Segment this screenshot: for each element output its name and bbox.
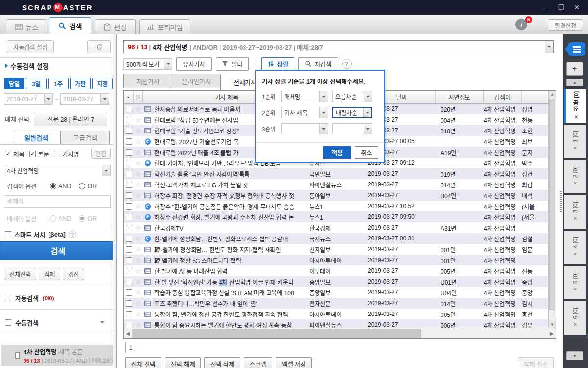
auto-search-settings-button[interactable]: 자동검색 설정: [7, 40, 54, 53]
tab-news[interactable]: 뉴스: [6, 19, 47, 34]
delete-selected-button[interactable]: 선택 삭제: [204, 357, 240, 368]
row-checkbox[interactable]: [126, 322, 132, 328]
article-title[interactable]: 한 벨기에 AI 등 미래산업 협력: [152, 267, 309, 275]
add-scrap-tab-button[interactable]: +: [566, 62, 583, 76]
star-icon[interactable]: ☆: [134, 278, 143, 286]
period-today-button[interactable]: 당일: [4, 78, 24, 89]
close-tab-icon[interactable]: ×: [572, 180, 579, 187]
page-number[interactable]: 1: [125, 342, 136, 353]
row-checkbox[interactable]: [126, 203, 132, 210]
header-reporter[interactable]: [522, 91, 549, 103]
tab-premium[interactable]: 프리미엄: [139, 19, 190, 34]
period-custom-button[interactable]: 지정: [92, 78, 113, 89]
notice-info-button[interactable]: i N: [515, 19, 530, 31]
select-all-button[interactable]: 전체선택: [4, 268, 36, 280]
row-checkbox[interactable]: [126, 214, 132, 220]
star-icon[interactable]: ☆: [134, 213, 143, 221]
scrap-button[interactable]: 스크랩: [244, 357, 272, 368]
article-title[interactable]: 한 발 앞선 '혁신엔진' 가동 4차 산업혁명 이끌 인재 키운다: [152, 278, 309, 286]
star-icon[interactable]: ☆: [134, 127, 143, 134]
vertical-scroll-thumb[interactable]: [549, 99, 555, 310]
close-tab-icon[interactable]: ×: [573, 114, 580, 121]
sidebar-scrollbar[interactable]: [113, 34, 116, 368]
table-row[interactable]: ☆ 한국경제TV 한국경제 2019-03-27 A31면 4차 산업혁명: [124, 222, 549, 233]
media-select-button[interactable]: 신문 28 | 온라인 7: [34, 112, 107, 126]
row-checkbox[interactable]: [126, 138, 132, 145]
tab-online-articles[interactable]: 온라인기사: [172, 74, 221, 88]
table-row[interactable]: ☆ e 허창수 전경련 회장, 벨기에 국왕과 수소차·신산업 협력 논 뉴스1…: [124, 211, 549, 222]
table-row[interactable]: ☆ 韓 벨기에 정상 5G 스마트시티 협력 아시아투데이 2019-03-27…: [124, 255, 549, 265]
scrap-tab[interactable]: × 3 [0]: [564, 195, 586, 229]
period-3days-button[interactable]: 3일: [26, 78, 47, 89]
row-checkbox[interactable]: [126, 128, 132, 134]
close-icon[interactable]: ✕: [572, 3, 581, 11]
tab-advanced-search[interactable]: 고급검색: [61, 131, 110, 144]
row-checkbox[interactable]: [126, 106, 132, 112]
article-title[interactable]: 허창수 "한-벨기에 공통점은 붉은악마, 경제 무대서도 승승: [152, 202, 309, 210]
star-icon[interactable]: ☆: [134, 116, 143, 124]
sort-rank2-field-select[interactable]: 기사 제목: [281, 107, 328, 118]
minimize-icon[interactable]: —: [541, 3, 550, 11]
apply-button[interactable]: 적용: [323, 146, 351, 159]
row-checkbox[interactable]: [126, 311, 132, 317]
scroll-right-icon[interactable]: ▶: [548, 328, 556, 338]
sort-rank3-order-select[interactable]: [332, 123, 372, 134]
article-title[interactable]: 허창수 전경련 회장, 벨기에 국왕과 수소차·신산업 협력 논: [152, 213, 309, 221]
delete-button[interactable]: 삭제: [39, 268, 60, 280]
article-title[interactable]: 통합이 힘 중요시하는 벨기에 한반도 평화 여정 계속 동참: [152, 321, 309, 329]
horizontal-scrollbar[interactable]: ◀ ▶: [124, 328, 556, 338]
table-row[interactable]: ☆ 韓·벨기에 정상회담… 한반도 평화 지지·협력 재확인 천지일보 2019…: [124, 244, 549, 255]
scrap-tab[interactable]: × 신문 [0]: [564, 89, 586, 123]
star-icon[interactable]: ☆: [134, 105, 143, 113]
vertical-scrollbar[interactable]: ▲ ▼: [548, 91, 556, 328]
star-icon[interactable]: ☆: [134, 300, 143, 307]
star-icon[interactable]: ☆: [134, 311, 143, 318]
refresh-button[interactable]: [87, 40, 111, 53]
article-title[interactable]: 혁신기술 활용 '국민 안전 지킴이역'톡톡: [152, 170, 309, 178]
undo-delete-button[interactable]: 삭제 취소: [518, 357, 554, 368]
scrap-tab[interactable]: × 2 [0]: [564, 160, 586, 193]
select-all-rows-button[interactable]: 전체 선택: [125, 357, 161, 368]
table-row[interactable]: ☆ e 허창수 "한-벨기에 공통점은 붉은악마, 경제 무대서도 승승 뉴스1…: [124, 201, 549, 211]
sort-rank2-order-select[interactable]: 내림차순: [332, 107, 372, 118]
tab-search[interactable]: 검색: [49, 17, 91, 34]
maximize-icon[interactable]: ❐: [557, 3, 565, 11]
help-icon[interactable]: ?: [342, 59, 352, 69]
page-size-select[interactable]: 500개씩 보기: [123, 58, 172, 70]
cancel-button[interactable]: 취소: [355, 146, 378, 159]
star-icon[interactable]: ☆: [134, 181, 143, 188]
table-row[interactable]: ☆ e 한·벨기에 정상회담…한반도 평화프로세스 협력 공감대 국제뉴스 20…: [124, 233, 549, 244]
table-row[interactable]: ☆ 허창수 회장, 전경련 수장 자격 文정부 청와대 공식행사 첫 동아일보 …: [124, 190, 549, 201]
star-icon[interactable]: ☆: [134, 224, 143, 232]
scrap-tab[interactable]: × 6 [0]: [564, 301, 586, 335]
panel-splitter[interactable]: [559, 34, 564, 368]
scrap-tab[interactable]: × 1 [0]: [564, 125, 586, 158]
close-tab-icon[interactable]: ×: [572, 251, 579, 258]
article-title[interactable]: 학습자 중심 융합교육과정 신설 'STEAM'미래 교육에 100: [152, 289, 309, 297]
filter-button[interactable]: 필터: [216, 57, 249, 71]
date-from-select[interactable]: 2019-03-27: [4, 93, 53, 105]
star-icon[interactable]: ☆: [134, 321, 143, 329]
scroll-down-icon[interactable]: ▼: [549, 321, 556, 328]
close-tab-icon[interactable]: ×: [572, 286, 579, 293]
sort-button[interactable]: 정렬: [261, 57, 294, 71]
star-icon[interactable]: ☆: [134, 203, 143, 210]
scrap-tab[interactable]: × 4 [0]: [564, 231, 586, 264]
row-checkbox[interactable]: [126, 279, 132, 285]
row-checkbox[interactable]: [126, 117, 132, 123]
exclude-and-radio[interactable]: [50, 215, 56, 222]
row-checkbox[interactable]: [126, 225, 132, 231]
table-row[interactable]: ☆ 한 벨기에 AI 등 미래산업 협력 이투데이 2019-03-27 005…: [124, 265, 549, 276]
sort-rank3-field-select[interactable]: [281, 123, 328, 134]
article-title[interactable]: 포즈 취했더니…박민우 선수가 내 옆에 '짠': [152, 299, 309, 308]
star-icon[interactable]: ☆: [134, 170, 143, 178]
table-row[interactable]: ☆ 혁신·고객가치 제고로 LG 가치 높일 것 파이낸셜뉴스 2019-03-…: [124, 179, 549, 190]
saved-search-item[interactable]: 4차 산업혁명제목 본문 96 / 13 | 2019-03-27 | AND …: [1, 345, 114, 366]
date-to-select[interactable]: 2019-03-27: [60, 93, 109, 105]
row-checkbox[interactable]: [126, 182, 132, 188]
row-checkbox[interactable]: [126, 289, 132, 296]
keyword-combobox[interactable]: 4차 산업혁명: [4, 165, 111, 176]
article-title[interactable]: 韓·벨기에 정상회담… 한반도 평화 지지·협력 재확인: [152, 245, 309, 254]
tab-edit[interactable]: 편집: [95, 19, 136, 34]
exclude-word-input[interactable]: [4, 195, 111, 208]
